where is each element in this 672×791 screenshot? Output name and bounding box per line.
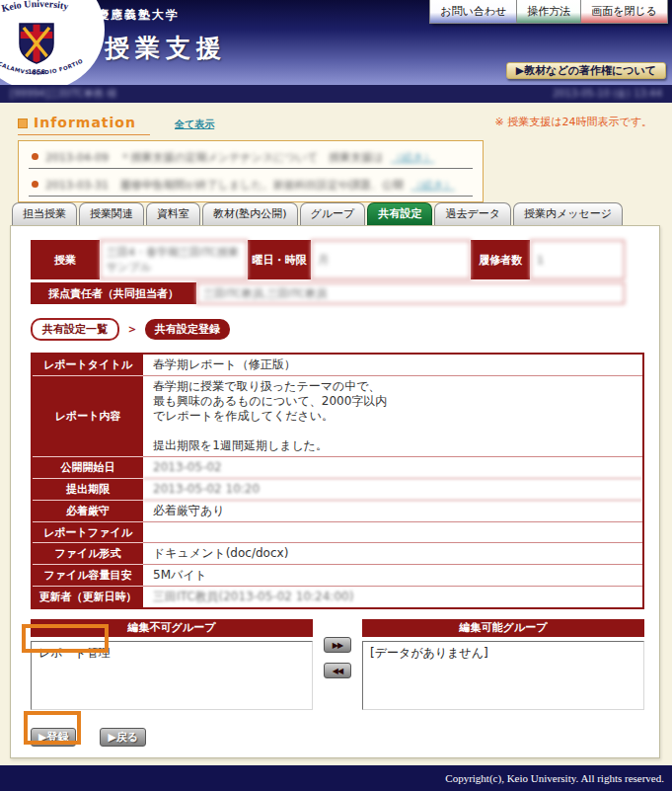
table-row: レポートタイトル 春学期レポート（修正版）: [33, 355, 642, 376]
row-label: レポートタイトル: [33, 355, 143, 376]
help-button[interactable]: 操作方法: [516, 0, 581, 24]
tab-class-related[interactable]: 授業関連: [79, 202, 144, 225]
tab-library[interactable]: 資料室: [146, 202, 200, 225]
enrolled-value: 1: [530, 240, 625, 279]
close-screen-button[interactable]: 画面を閉じる: [580, 0, 668, 24]
logged-in-user: [99994]三田ITC事務 様: [10, 87, 116, 101]
table-row: 提出期限 2013-05-02 10:20: [33, 479, 642, 501]
table-row: 更新者（更新日時） 三田ITC教員(2013-05-02 10:24:00): [33, 587, 642, 607]
row-value: 5Mバイト: [143, 565, 642, 587]
keio-university-logo: Keio University 1858 CALAMVS GLADIO FORT…: [0, 0, 105, 93]
content-panel: 授業 三田4・春学期三田ITC授業サンプル 曜日・時限 月 履修者数 1 採点責…: [10, 225, 660, 758]
footer: Copyright(c), Keio University. All right…: [0, 765, 672, 791]
row-value: 必着厳守あり: [143, 501, 642, 522]
row-label: レポートファイル: [33, 522, 143, 543]
news-date: 2013-04-09: [45, 151, 109, 164]
row-label: 必着厳守: [33, 501, 143, 522]
materials-copyright-button[interactable]: ▶教材などの著作権について: [506, 62, 666, 79]
list-item: 2013-04-09 ＊授業支援の定期メンテナンスについて 授業支援は （続き）: [29, 148, 473, 169]
back-button[interactable]: ▶戻る: [100, 728, 146, 747]
row-value: ドキュメント(doc/docx): [143, 543, 642, 565]
tab-class-messages[interactable]: 授業内メッセージ: [513, 202, 623, 225]
grader-label: 採点責任者（共同担当者）: [31, 282, 196, 304]
row-value: 2013-05-02: [143, 457, 642, 479]
tab-share-settings[interactable]: 共有設定: [367, 202, 432, 225]
row-value: [143, 522, 642, 543]
copyright-text: Copyright(c), Keio University. All right…: [445, 772, 664, 784]
contact-button[interactable]: お問い合わせ: [429, 0, 517, 24]
information-title: Information: [34, 115, 136, 130]
row-label: 公開開始日: [33, 457, 143, 479]
bullet-icon: [32, 181, 38, 188]
share-settings-list-button[interactable]: 共有設定一覧: [31, 318, 119, 341]
header-nav: お問い合わせ 操作方法 画面を閉じる: [430, 0, 668, 24]
table-row: ファイル形式 ドキュメント(doc/docx): [33, 543, 642, 565]
row-value: 三田ITC教員(2013-05-02 10:24:00): [143, 587, 642, 607]
breadcrumb-separator: ＞: [126, 321, 138, 338]
user-bar: [99994]三田ITC事務 様 2013-05-10 (金) 13:44: [0, 85, 672, 103]
bullet-icon: [32, 153, 38, 160]
page: Keio University 1858 CALAMVS GLADIO FORT…: [0, 0, 672, 791]
period-value: 月: [311, 240, 471, 279]
class-value: 三田4・春学期三田ITC授業サンプル: [100, 240, 248, 279]
group-item-report-management[interactable]: レポート管理: [37, 644, 307, 663]
page-title: 授業支援: [105, 32, 227, 64]
row-label: ファイル形式: [33, 543, 143, 565]
tab-group[interactable]: グループ: [300, 202, 366, 225]
action-buttons: ▶登録 ▶戻る: [31, 728, 659, 747]
course-info-table: 授業 三田4・春学期三田ITC授業サンプル 曜日・時限 月 履修者数 1 採点責…: [31, 240, 625, 304]
current-datetime: 2013-05-10 (金) 13:44: [553, 87, 662, 101]
information-icon: [18, 119, 28, 128]
editable-group-list[interactable]: [データがありません]: [362, 641, 644, 710]
class-label: 授業: [31, 240, 100, 279]
row-value: 春学期に授業で取り扱ったテーマの中で、 最も興味のあるものについて、2000字以…: [143, 376, 642, 457]
editable-group-header: 編集可能グループ: [362, 619, 644, 637]
row-label: 提出期限: [33, 479, 143, 501]
tab-assigned-classes[interactable]: 担当授業: [12, 202, 77, 225]
news-date: 2013-03-31: [45, 179, 109, 192]
list-item: 2013-03-31 履修申告期間が終了しました。新規科目設定や課題、公開 （続…: [29, 176, 473, 197]
non-editable-group-list[interactable]: レポート管理: [31, 641, 313, 710]
move-right-button[interactable]: ▶▶: [324, 637, 351, 653]
show-all-link[interactable]: 全て表示: [175, 119, 214, 129]
row-value: 2013-05-02 10:20: [143, 479, 642, 501]
share-settings-register-label: 共有設定登録: [145, 319, 230, 340]
table-row: 公開開始日 2013-05-02: [33, 457, 642, 479]
news-text: 履修申告期間が終了しました。新規科目設定や課題、公開: [119, 179, 404, 192]
table-row: レポートファイル: [33, 522, 642, 543]
row-label: 更新者（更新日時）: [33, 587, 143, 607]
no-data-placeholder: [データがありません]: [368, 644, 638, 663]
enrolled-label: 履修者数: [471, 240, 530, 279]
grader-value: 三田ITC教員,三田ITC教員: [196, 282, 625, 304]
news-text: ＊授業支援の定期メンテナンスについて 授業支援は: [119, 151, 383, 164]
breadcrumb: 共有設定一覧 ＞ 共有設定登録: [31, 318, 659, 341]
period-label: 曜日・時限: [248, 240, 311, 279]
tab-past-data[interactable]: 過去データ: [434, 202, 511, 225]
move-left-button[interactable]: ◀◀: [324, 663, 351, 678]
university-name: 慶應義塾大学: [97, 7, 180, 24]
table-row: ファイル容量目安 5Mバイト: [33, 565, 642, 587]
news-more-link[interactable]: （続き）: [411, 179, 454, 192]
row-label: ファイル容量目安: [33, 565, 143, 587]
app-header: Keio University 1858 CALAMVS GLADIO FORT…: [0, 0, 672, 85]
information-box: 2013-04-09 ＊授業支援の定期メンテナンスについて 授業支援は （続き）…: [18, 140, 484, 202]
news-more-link[interactable]: （続き）: [391, 151, 434, 164]
main-tabs: 担当授業 授業関連 資料室 教材(塾内公開) グループ 共有設定 過去データ 授…: [12, 202, 625, 225]
row-value: 春学期レポート（修正版）: [143, 355, 642, 376]
non-editable-group-header: 編集不可グループ: [31, 619, 313, 637]
table-row: レポート内容 春学期に授業で取り扱ったテーマの中で、 最も興味のあるものについて…: [33, 376, 642, 457]
row-label: レポート内容: [33, 376, 143, 457]
24h-note: ※ 授業支援は24時間表示です。: [495, 115, 652, 129]
tab-materials[interactable]: 教材(塾内公開): [202, 202, 298, 225]
report-detail-table: レポートタイトル 春学期レポート（修正版） レポート内容 春学期に授業で取り扱っ…: [31, 353, 644, 609]
table-row: 必着厳守 必着厳守あり: [33, 501, 642, 522]
group-transfer: 編集不可グループ レポート管理 ▶▶ ◀◀ 編集可能グループ [データがありませ…: [31, 619, 644, 710]
information-section: Information 全て表示 ※ 授業支援は24時間表示です。 2013-0…: [0, 103, 672, 202]
register-button[interactable]: ▶登録: [31, 728, 76, 747]
